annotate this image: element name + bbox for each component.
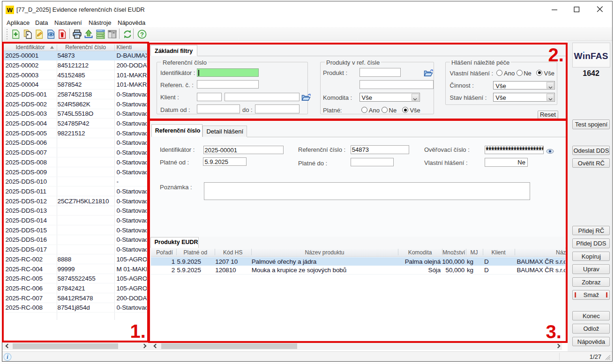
svg-text:?: ? — [140, 30, 144, 37]
